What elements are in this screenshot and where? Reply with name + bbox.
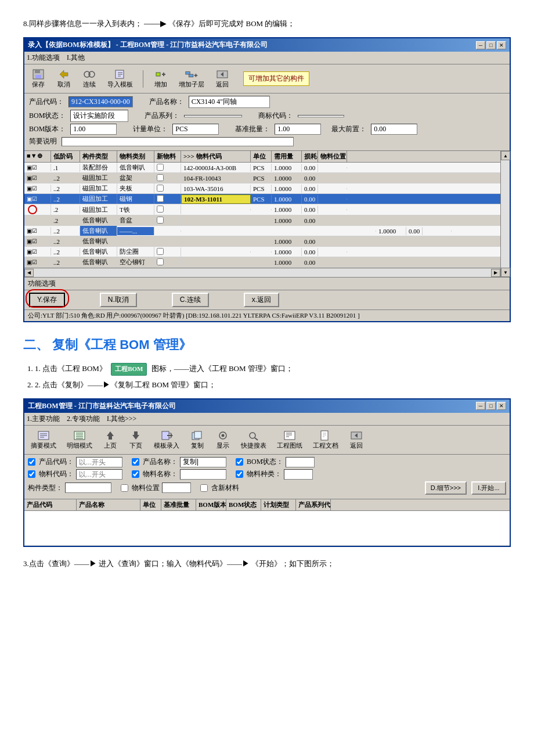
engdrawing-button[interactable]: 工程图纸 bbox=[274, 428, 305, 452]
scroll-left-btn[interactable]: ◀ bbox=[24, 269, 34, 277]
min-button2[interactable]: ─ bbox=[476, 402, 485, 410]
close-button[interactable]: ✕ bbox=[497, 41, 506, 49]
addlayer-button[interactable]: 增加子层 bbox=[176, 67, 207, 91]
scroll-right-btn[interactable]: ▶ bbox=[491, 269, 500, 277]
cell-pos bbox=[318, 178, 347, 179]
table-row[interactable]: ▣☑ .1 装配部份 低音喇叭 142-0000J4-A3-00B PCS 1.… bbox=[24, 163, 500, 173]
cell-low: ..2 bbox=[51, 195, 80, 203]
titlebar2: 工程BOM管理 - 江门市益科达汽车电子有限公司 ─ □ ✕ bbox=[24, 399, 510, 413]
table-row[interactable]: ▣☑ ..2 磁固加工 盆架 104-FR-10043 PCS 1.0000 0… bbox=[24, 173, 500, 183]
cell-mattype: T铁 bbox=[117, 205, 154, 215]
menu-other[interactable]: I.其他 bbox=[67, 53, 85, 63]
step3-text: 3.点击《查询》——▶ 进入《查询》窗口；输入《物料代码》——▶ 《开始》；如下… bbox=[23, 557, 511, 570]
scroll-up-btn[interactable]: ▲ bbox=[501, 151, 510, 160]
copy-button[interactable]: 复制 bbox=[187, 428, 208, 452]
table-row[interactable]: ▣☑ ..2 低音喇叭 1.0000 0.00 bbox=[24, 236, 500, 247]
max-button2[interactable]: □ bbox=[486, 402, 496, 410]
maximize-button[interactable]: □ bbox=[486, 41, 496, 49]
table-row[interactable]: ▣☑ ..2 低音喇叭 防尘圈 1.0000 0.00 bbox=[24, 247, 500, 257]
form-row-bomstate: BOM状态： 设计实施阶段 产品系列： 商标代码： bbox=[29, 110, 505, 122]
table-row[interactable]: ▣☑ ..2 磁固加工 磁钢 102-M3-11011 PCS 1.0000 0… bbox=[24, 194, 500, 204]
copy-label: 复制 bbox=[191, 441, 204, 450]
bottom-link-button[interactable]: C.连续 bbox=[172, 293, 209, 307]
add-button[interactable]: 增加 bbox=[150, 67, 171, 91]
engdoc-button[interactable]: 工程文档 bbox=[310, 428, 341, 452]
titlebar2-title: 工程BOM管理 - 江门市益科达汽车电子有限公司 bbox=[28, 401, 176, 411]
prodcode2-input[interactable] bbox=[76, 457, 122, 467]
menu-functions[interactable]: 1.功能选项 bbox=[27, 53, 60, 63]
menu2-other[interactable]: I.其他>>> bbox=[107, 414, 136, 424]
addlayer-icon bbox=[185, 69, 199, 80]
bomstate-check[interactable] bbox=[236, 458, 243, 466]
horizontal-scrollbar[interactable]: ◀ ▶ bbox=[24, 268, 500, 277]
matname2-check[interactable] bbox=[132, 470, 139, 478]
cell-loss: 0.00 bbox=[302, 174, 318, 182]
prodname-check[interactable] bbox=[132, 458, 139, 466]
scroll-down-btn[interactable]: ▼ bbox=[501, 268, 510, 277]
step8-intro: 8.同样步骤将信息一一录入到表内； ——▶ 《保存》后即可完成对 BOM 的编辑… bbox=[23, 17, 511, 30]
menu2-special[interactable]: 2.专项功能 bbox=[67, 414, 100, 424]
newmat-check[interactable] bbox=[157, 174, 164, 181]
table-row[interactable]: .2 磁固加工 T铁 1.0000 0.00 bbox=[24, 204, 500, 215]
start-btn[interactable]: I.开始... bbox=[471, 481, 506, 495]
menu2-main[interactable]: 1.主要功能 bbox=[27, 414, 60, 424]
link-button[interactable]: 连续 bbox=[79, 67, 100, 91]
show-button[interactable]: 显示 bbox=[212, 428, 233, 452]
back-button2[interactable]: 返回 bbox=[346, 428, 367, 452]
cell-low: .2 bbox=[51, 206, 80, 214]
matloc2-input[interactable] bbox=[162, 483, 191, 493]
newmat2-check[interactable] bbox=[200, 484, 208, 492]
matname2-input[interactable] bbox=[180, 469, 226, 480]
vertical-scrollbar[interactable]: ▲ ▼ bbox=[500, 151, 510, 277]
back-button[interactable]: 返回 bbox=[212, 67, 233, 91]
newmat-check[interactable] bbox=[157, 217, 164, 224]
cell-usage: 1.0000 bbox=[272, 248, 302, 256]
cell-usage: 1.0000 bbox=[272, 174, 302, 182]
prodcode-check[interactable] bbox=[28, 458, 35, 466]
newmat-check[interactable] bbox=[157, 164, 164, 171]
newmat-check[interactable] bbox=[157, 185, 164, 192]
searchmode-button[interactable]: 摘要模式 bbox=[28, 428, 59, 452]
bottom-save-button[interactable]: Y.保存 bbox=[29, 293, 65, 307]
bomstate2-input[interactable] bbox=[286, 457, 315, 467]
matcode2-check[interactable] bbox=[28, 470, 35, 478]
cancel-button[interactable]: 取消 bbox=[53, 67, 74, 91]
newmat-check[interactable] bbox=[157, 195, 164, 202]
table-row[interactable]: ▣☑ ..2 磁固加工 夹板 103-WA-35016 PCS 1.0000 0… bbox=[24, 183, 500, 194]
table-row[interactable]: ▣☑ ..2 低音喇叭 空心铆钉 1.0000 0.00 bbox=[24, 257, 500, 268]
matloc2-check[interactable] bbox=[121, 484, 128, 492]
matcode2-input[interactable] bbox=[76, 469, 122, 480]
prodcode-group: 产品代码： bbox=[28, 457, 122, 467]
save-button[interactable]: 保存 bbox=[28, 67, 49, 91]
cell-comptype: 磁固加工 bbox=[80, 173, 117, 183]
mattype2-input[interactable] bbox=[284, 469, 313, 480]
form2: 产品代码： 产品名称： BOM状态： 物料代码： 物料名称： bbox=[24, 455, 510, 499]
newmat-check[interactable] bbox=[157, 206, 164, 213]
browsemode-button[interactable]: 明细模式 bbox=[64, 428, 95, 452]
table-row[interactable]: ▣☑ ..2 低音喇叭 ——... 同时也可将多余的构件删除 1.0000 0.… bbox=[24, 226, 500, 236]
minimize-button[interactable]: ─ bbox=[476, 41, 485, 49]
template-import-button[interactable]: 模板录入 bbox=[151, 428, 182, 452]
link-label: 连续 bbox=[83, 80, 96, 89]
mattype2-check[interactable] bbox=[236, 470, 243, 478]
detail-btn[interactable]: D.细节>>> bbox=[425, 481, 467, 495]
newmat-check[interactable] bbox=[157, 258, 164, 265]
newmat-check[interactable] bbox=[157, 248, 164, 255]
fastsearch-button[interactable]: 快捷搜表 bbox=[238, 428, 269, 452]
step2-item: 2. 点击《复制》——▶《复制.工程 BOM 管理》窗口； bbox=[35, 379, 511, 391]
prodseries-label: 产品系列： bbox=[145, 111, 179, 121]
up-button[interactable]: 上页 bbox=[100, 428, 121, 452]
cell-mattype: 盆架 bbox=[117, 173, 154, 183]
prodname2-input[interactable] bbox=[180, 457, 226, 467]
newmat2-label: 含新材料 bbox=[211, 483, 239, 493]
down-button[interactable]: 下页 bbox=[125, 428, 146, 452]
bottom-back-button[interactable]: x.返回 bbox=[244, 293, 279, 307]
engdrawing-label: 工程图纸 bbox=[277, 441, 302, 450]
comptype2-input[interactable] bbox=[65, 483, 111, 493]
cell-matcode: 102-M3-11011 bbox=[181, 195, 251, 204]
bottom-cancel-button[interactable]: N.取消 bbox=[100, 293, 137, 307]
prodname-label: 产品名称： bbox=[149, 97, 184, 107]
import-button[interactable]: 导入模板 bbox=[104, 67, 136, 91]
close-button2[interactable]: ✕ bbox=[497, 402, 506, 410]
table-row[interactable]: .2 低音喇叭 音盆 1.0000 0.00 bbox=[24, 215, 500, 226]
